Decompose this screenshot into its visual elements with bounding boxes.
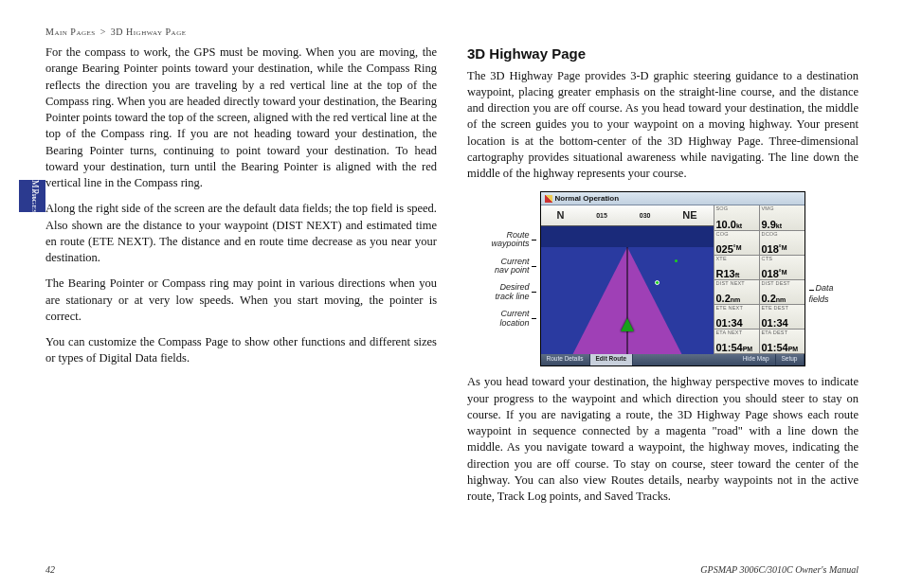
callout-current-nav-point: Current nav point [489,258,536,276]
course-line [626,247,627,354]
compass-tick-015: 015 [596,211,607,221]
page-title: 3D Highway Page [467,45,859,64]
field-sog: SOG10.0kt [714,205,759,230]
callout-current-location: Current location [489,310,536,328]
breadcrumb: Main Pages > 3D Highway Page [45,27,859,37]
right-column: 3D Highway Page The 3D Highway Page prov… [467,45,859,514]
field-dcog: DCOG018°M [759,231,805,256]
left-p4: You can customize the Compass Page to sh… [45,334,437,367]
field-eta-dest: ETA DEST01:54PM [759,330,805,354]
field-vmg: VMG9.9kt [759,205,805,230]
highway-pane: N 015 030 NE [541,205,714,354]
field-ete-dest: ETE DEST01:34 [759,305,805,330]
boat-icon [621,318,634,331]
flag-icon [545,195,552,203]
figure-title-bar: Normal Operation [541,192,805,205]
breadcrumb-page: 3D Highway Page [111,27,187,37]
right-p1: The 3D Highway Page provides 3-D graphic… [467,68,859,183]
left-p1: For the compass to work, the GPS must be… [45,45,437,191]
field-xte: XTER13ft [714,256,759,280]
field-dist-dest: DIST DEST0.2nm [759,280,805,305]
figure-3d-highway: Normal Operation N 015 030 NE [540,191,805,366]
figure-title-text: Normal Operation [555,193,620,204]
callout-route-waypoints: Route waypoints [489,231,536,249]
breadcrumb-section: Main Pages [45,27,96,37]
compass-strip: N 015 030 NE [541,205,714,226]
callout-data-fields: Data fields [809,282,838,306]
page-number: 42 [45,564,55,575]
field-eta-next: ETA NEXT01:54PM [714,330,759,354]
left-p2: Along the right side of the screen are t… [45,201,437,266]
right-p2: As you head toward your destination, the… [467,374,859,505]
field-cts: CTS018°M [759,256,805,280]
field-cog: COG025°M [714,231,759,256]
current-nav-point-icon [655,280,660,285]
compass-tick-030: 030 [640,211,651,221]
page-footer: 42 GPSMAP 3006C/3010C Owner's Manual [45,564,859,575]
figure-callouts-right: Data fields [809,282,838,306]
manual-title: GPSMAP 3006C/3010C Owner's Manual [700,564,859,575]
field-dist-next: DIST NEXT0.2nm [714,280,759,305]
data-fields-pane: SOG10.0kt VMG9.9kt COG025°M DCOG018°M XT… [714,205,805,354]
compass-dir-n: N [556,208,564,223]
figure-footer-tabs: Route Details Edit Route Hide Map Setup [541,354,805,365]
figure-callouts-left: Route waypoints Current nav point Desire… [489,231,536,329]
compass-dir-ne: NE [682,208,696,223]
tab-setup[interactable]: Setup [776,354,805,365]
side-tab-main-pages: Main Pages [19,180,45,212]
breadcrumb-sep: > [100,27,106,37]
tab-route-details[interactable]: Route Details [541,354,590,365]
left-p3: The Bearing Pointer or Compass ring may … [45,276,437,325]
figure-block: Route waypoints Current nav point Desire… [467,191,859,366]
tab-edit-route[interactable]: Edit Route [590,354,634,365]
callout-desired-track-line: Desired track line [489,283,536,301]
field-ete-next: ETE NEXT01:34 [714,305,759,330]
tab-hide-map[interactable]: Hide Map [737,354,776,365]
side-tab-line2: Pages [30,180,41,223]
left-column: For the compass to work, the GPS must be… [45,45,437,514]
